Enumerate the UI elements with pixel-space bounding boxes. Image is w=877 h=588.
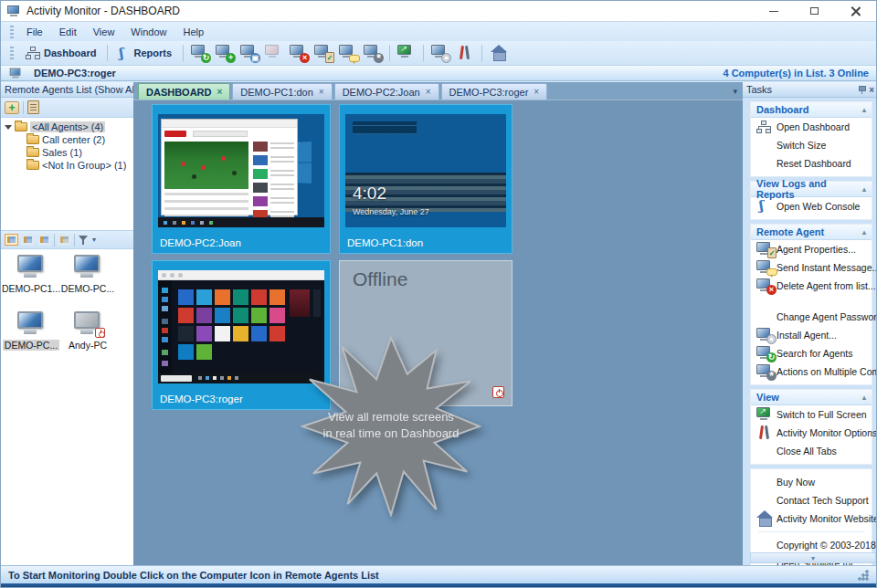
task-install-agent[interactable]: Install Agent... [751, 326, 872, 344]
install-agent-button[interactable] [429, 43, 451, 63]
toolbar-separator [481, 45, 482, 61]
list-view-button[interactable] [37, 234, 51, 246]
task-label: Activity Monitor Options [777, 427, 877, 438]
toolbar-separator [423, 45, 424, 61]
task-agent-properties[interactable]: Agent Properties... [751, 240, 872, 258]
minimize-button[interactable] [753, 1, 794, 21]
options-button[interactable] [454, 43, 476, 63]
folder-icon [26, 135, 39, 144]
tab-bar: DASHBOARD DEMO-PC1:don DEMO-PC2:Joan DEM… [133, 82, 743, 100]
website-button[interactable] [488, 43, 510, 63]
tab-close-icon[interactable] [534, 87, 539, 97]
computer-item-demo-pc1[interactable]: DEMO-PC1... [3, 255, 59, 308]
tab-demo-pc1[interactable]: DEMO-PC1:don [232, 83, 332, 100]
refresh-icon [201, 53, 211, 63]
app-window: Activity Monitor - DASHBOARD File Edit V… [0, 0, 877, 588]
section-header-view[interactable]: View [751, 390, 872, 405]
reports-button[interactable]: Reports [113, 44, 177, 62]
task-open-web-console[interactable]: Open Web Console [751, 197, 872, 215]
section-header-dashboard[interactable]: Dashboard [751, 102, 872, 118]
tab-demo-pc3[interactable]: DEMO-PC3:roger [441, 83, 548, 100]
section-title: Remote Agent [756, 226, 824, 237]
copyright-text: Copyright © 2003-2018 [777, 540, 876, 551]
tree-item-all-agents[interactable]: <All Agents> (4) [3, 121, 132, 133]
tasks-panel-collapse-strip[interactable] [750, 552, 876, 563]
task-reset-dashboard[interactable]: Reset Dashboard [751, 154, 872, 173]
close-panel-icon[interactable] [869, 85, 874, 95]
send-message-button[interactable] [337, 43, 359, 63]
task-activity-monitor-options[interactable]: Activity Monitor Options [751, 424, 872, 442]
agent-properties-button[interactable] [312, 43, 334, 63]
close-button[interactable] [835, 1, 876, 21]
filter-icon[interactable] [78, 234, 90, 246]
tab-close-icon[interactable] [426, 87, 431, 97]
task-send-instant-message[interactable]: Send Instant Message... [751, 258, 872, 277]
power-off-icon [95, 328, 105, 338]
expander-icon[interactable] [5, 125, 12, 130]
resize-grip[interactable] [858, 570, 869, 581]
full-screen-button[interactable] [396, 43, 417, 63]
status-text: To Start Monitoring Double Click on the … [8, 570, 379, 581]
task-switch-full-screen[interactable]: Switch to Full Screen [751, 405, 872, 424]
menu-help[interactable]: Help [175, 25, 211, 39]
search-agents-button[interactable] [189, 43, 211, 63]
copy-agent-button[interactable] [238, 43, 260, 63]
tree-item-sales[interactable]: Sales (1) [3, 146, 132, 159]
menu-file[interactable]: File [19, 25, 50, 39]
section-header-logs[interactable]: View Logs and Reports [751, 182, 872, 197]
tree-item-label: <Not In Group> (1) [42, 160, 126, 171]
agent-list-properties-button[interactable] [27, 100, 39, 114]
spacer [751, 295, 872, 308]
details-view-button[interactable] [58, 234, 71, 246]
computer-item-andy-pc[interactable]: Andy-PC [59, 311, 116, 364]
task-change-agent-password[interactable]: Change Agent Password... [751, 308, 872, 326]
menu-view[interactable]: View [86, 25, 122, 39]
collapse-icon[interactable] [862, 228, 866, 236]
link-buy-now[interactable]: Buy Now [751, 473, 872, 491]
task-actions-multiple[interactable]: Actions on Multiple Com... [751, 362, 872, 381]
computer-item-demo-pc3[interactable]: DEMO-PC... [3, 311, 59, 364]
section-header-remote-agent[interactable]: Remote Agent [751, 225, 872, 240]
large-icons-view-button[interactable] [5, 234, 18, 246]
tab-demo-pc2[interactable]: DEMO-PC2:Joan [334, 83, 439, 100]
delete-icon [300, 53, 310, 63]
dashboard-button[interactable]: Dashboard [20, 45, 101, 62]
status-bar: To Start Monitoring Double Click on the … [1, 565, 876, 583]
tab-close-icon[interactable] [217, 87, 223, 97]
clipboard-check-icon [325, 52, 334, 63]
add-agent-button[interactable] [214, 43, 236, 63]
dashboard-tile-demo-pc2[interactable]: DEMO-PC2:Joan [152, 104, 331, 254]
maximize-button[interactable] [794, 1, 835, 21]
menu-window[interactable]: Window [123, 25, 174, 39]
delete-agent-button[interactable] [288, 43, 310, 63]
menu-edit[interactable]: Edit [52, 25, 84, 39]
tree-item-call-center[interactable]: Call center (2) [3, 133, 132, 146]
task-delete-agent[interactable]: Delete Agent from list... [751, 277, 872, 295]
dashboard-tile-demo-pc1[interactable]: 4:02 Wednesday, June 27 DEMO-PC1:don [339, 104, 512, 254]
collapse-icon[interactable] [862, 185, 866, 194]
task-switch-size[interactable]: Switch Size [751, 136, 872, 154]
link-contact-tech-support[interactable]: Contact Tech Support [751, 491, 872, 509]
task-close-all-tabs[interactable]: Close All Tabs [751, 442, 872, 460]
collapse-icon[interactable] [862, 394, 866, 402]
task-open-dashboard[interactable]: Open Dashboard [751, 118, 872, 136]
filter-dropdown-icon[interactable] [92, 236, 96, 244]
close-icon [851, 6, 861, 16]
actions-multiple-button[interactable] [362, 43, 384, 63]
tree-item-not-in-group[interactable]: <Not In Group> (1) [3, 159, 132, 172]
small-icons-view-button[interactable] [21, 234, 35, 246]
task-search-for-agents[interactable]: Search for Agents [751, 344, 872, 362]
speech-bubble-icon [349, 55, 360, 62]
agents-toolbar [1, 98, 133, 118]
link-activity-monitor-website[interactable]: Activity Monitor Website [751, 509, 872, 528]
tab-close-icon[interactable] [319, 87, 324, 97]
tab-list-dropdown-icon[interactable] [733, 87, 737, 96]
collapse-icon[interactable] [862, 106, 866, 114]
remove-agent-button-disabled[interactable] [263, 43, 285, 63]
add-computer-button[interactable] [5, 101, 19, 114]
power-off-icon [492, 386, 504, 398]
pin-icon[interactable] [858, 85, 865, 94]
computer-item-demo-pc2[interactable]: DEMO-PC... [59, 255, 116, 308]
tab-dashboard[interactable]: DASHBOARD [138, 83, 230, 100]
selected-computer-name: DEMO-PC3:roger [34, 68, 116, 79]
